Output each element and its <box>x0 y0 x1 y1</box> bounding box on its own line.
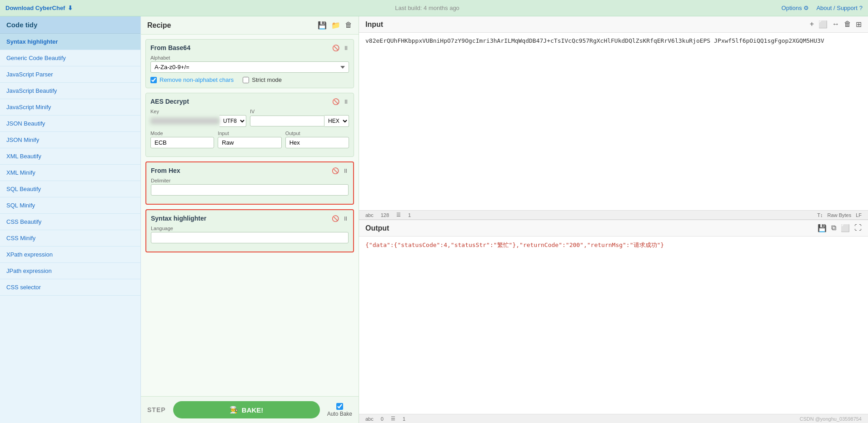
output-section: Output 💾 ⧉ ⬜ ⛶ {"data":{"statusCode":4,"… <box>359 220 868 423</box>
bake-area: STEP 👨‍🍳 BAKE! Auto Bake <box>141 396 359 423</box>
step-header-syntax: Syntax highlighter 🚫 ⏸ <box>151 215 349 222</box>
sidebar-item-css-minify[interactable]: CSS Minify <box>0 230 140 247</box>
gear-icon: ⚙ <box>803 5 809 11</box>
output-title: Output <box>365 224 389 232</box>
delimiter-input[interactable]: None <box>151 184 349 196</box>
last-build-info: Last build: 4 months ago <box>395 5 459 11</box>
recipe-header: Recipe 💾 📁 🗑 <box>141 16 359 35</box>
alphabet-select[interactable]: A-Za-z0-9+/= <box>150 61 349 73</box>
key-type-select[interactable]: UTF8 <box>219 115 246 127</box>
step-icons-aes: 🚫 ⏸ <box>332 98 349 105</box>
iv-type-select[interactable]: HEX <box>324 115 349 127</box>
download-cyberchef-link[interactable]: Download CyberChef ⬇ <box>5 5 73 11</box>
save-recipe-icon[interactable]: 💾 <box>318 21 327 30</box>
fullscreen-output-icon[interactable]: ⛶ <box>854 224 862 232</box>
chef-icon: 👨‍🍳 <box>229 406 238 414</box>
bake-button[interactable]: 👨‍🍳 BAKE! <box>173 401 320 418</box>
grid-input-icon[interactable]: ⊞ <box>856 20 862 29</box>
remove-nonalpha-checkbox[interactable] <box>150 77 157 83</box>
strict-mode-label[interactable]: Strict mode <box>243 76 282 83</box>
lf-label: LF <box>856 212 862 218</box>
auto-bake-checkbox[interactable] <box>336 403 343 410</box>
sidebar-item-syntax-highlighter[interactable]: Syntax highlighter <box>0 34 140 50</box>
disable-syntax-icon[interactable]: 🚫 <box>332 215 339 222</box>
step-from-base64: From Base64 🚫 ⏸ Alphabet A-Za-z0-9+/= <box>145 39 354 88</box>
strict-mode-checkbox[interactable] <box>243 77 249 83</box>
pause-aes-icon[interactable]: ⏸ <box>343 98 349 105</box>
sidebar-item-javascript-parser[interactable]: JavaScript Parser <box>0 66 140 83</box>
maximize-input-icon[interactable]: ⬜ <box>818 20 828 29</box>
key-value-blurred <box>150 118 219 124</box>
sidebar-item-generic-code-beautify[interactable]: Generic Code Beautify <box>0 50 140 66</box>
sidebar-item-sql-beautify[interactable]: SQL Beautify <box>0 181 140 197</box>
open-recipe-icon[interactable]: 📁 <box>331 21 340 30</box>
right-panel: Input + ⬜ ↔ 🗑 ⊞ v82eErQUhFHKbppxVUBniHpO… <box>359 16 868 423</box>
remove-nonalpha-label[interactable]: Remove non-alphabet chars <box>150 76 234 83</box>
input-type-input[interactable] <box>218 137 281 148</box>
delimiter-group: Delimiter None <box>151 178 349 196</box>
step-title-syntax: Syntax highlighter <box>151 215 206 222</box>
options-link[interactable]: Options ⚙ <box>782 5 809 11</box>
sidebar-list: Syntax highlighter Generic Code Beautify… <box>0 34 140 423</box>
step-syntax-highlighter: Syntax highlighter 🚫 ⏸ Language auto det… <box>145 209 354 252</box>
input-line-count: 1 <box>408 212 411 218</box>
sidebar-item-xml-minify[interactable]: XML Minify <box>0 165 140 181</box>
about-link[interactable]: About / Support ? <box>816 5 863 11</box>
clear-recipe-icon[interactable]: 🗑 <box>345 21 352 30</box>
sidebar-item-javascript-minify[interactable]: JavaScript Minify <box>0 99 140 116</box>
sidebar-item-css-beautify[interactable]: CSS Beautify <box>0 214 140 230</box>
input-title: Input <box>365 20 383 29</box>
sidebar-item-xml-beautify[interactable]: XML Beautify <box>0 148 140 165</box>
iv-input[interactable] <box>250 116 324 126</box>
download-label: Download CyberChef <box>5 5 65 11</box>
disable-step-icon[interactable]: 🚫 <box>332 45 339 51</box>
pause-hex-icon[interactable]: ⏸ <box>343 167 349 174</box>
language-input[interactable]: auto detect <box>151 232 349 243</box>
step-from-hex: From Hex 🚫 ⏸ Delimiter None <box>145 161 354 205</box>
sidebar-item-javascript-beautify[interactable]: JavaScript Beautify <box>0 83 140 99</box>
question-icon: ? <box>859 5 863 11</box>
sidebar-item-jpath-expression[interactable]: JPath expression <box>0 263 140 279</box>
sidebar-item-sql-minify[interactable]: SQL Minify <box>0 197 140 214</box>
copy-output-icon[interactable]: ⧉ <box>831 224 836 232</box>
key-label: Key <box>150 109 246 114</box>
output-line-count: 1 <box>403 416 405 422</box>
step-icons-syntax: 🚫 ⏸ <box>332 215 349 222</box>
language-label: Language <box>151 226 349 231</box>
recipe-header-icons: 💾 📁 🗑 <box>318 21 352 30</box>
sidebar-item-xpath-expression[interactable]: XPath expression <box>0 247 140 263</box>
abc-icon: abc <box>365 212 374 218</box>
swap-input-icon[interactable]: ↔ <box>832 20 839 29</box>
key-iv-row: Key UTF8 IV HEX <box>150 109 349 127</box>
input-field: Input <box>218 131 281 148</box>
iv-label: IV <box>250 109 349 114</box>
sidebar-header: Code tidy <box>0 16 140 34</box>
alphabet-group: Alphabet A-Za-z0-9+/= <box>150 55 349 73</box>
step-title-aes: AES Decrypt <box>150 98 189 105</box>
clear-input-icon[interactable]: 🗑 <box>844 20 851 29</box>
language-group: Language auto detect <box>151 226 349 243</box>
output-statusbar: abc 0 ☰ 1 CSDN @yonghu_03598754 <box>359 414 868 423</box>
output-header-icons: 💾 ⧉ ⬜ ⛶ <box>818 224 862 232</box>
pause-syntax-icon[interactable]: ⏸ <box>343 215 349 222</box>
output-type-input[interactable] <box>285 137 349 148</box>
delimiter-label: Delimiter <box>151 178 349 183</box>
sidebar-item-css-selector[interactable]: CSS selector <box>0 279 140 296</box>
sidebar-item-json-minify[interactable]: JSON Minify <box>0 132 140 148</box>
disable-aes-icon[interactable]: 🚫 <box>332 98 339 105</box>
input-text[interactable]: v82eErQUhFHKbppxVUBniHpO7zY9OgcImri3hArI… <box>359 33 868 210</box>
add-input-icon[interactable]: + <box>810 20 814 29</box>
maximize-output-icon[interactable]: ⬜ <box>841 224 850 232</box>
pause-step-icon[interactable]: ⏸ <box>343 45 349 51</box>
mode-input[interactable] <box>150 137 214 148</box>
raw-bytes-label: Raw Bytes <box>828 212 852 218</box>
input-header-icons: + ⬜ ↔ 🗑 ⊞ <box>810 20 862 29</box>
step-label: STEP <box>147 406 166 413</box>
input-header: Input + ⬜ ↔ 🗑 ⊞ <box>359 16 868 33</box>
sidebar: Code tidy Syntax highlighter Generic Cod… <box>0 16 141 423</box>
topbar-right: Options ⚙ About / Support ? <box>782 5 863 11</box>
disable-hex-icon[interactable]: 🚫 <box>332 167 339 174</box>
sidebar-item-json-beautify[interactable]: JSON Beautify <box>0 116 140 132</box>
save-output-icon[interactable]: 💾 <box>818 224 827 232</box>
recipe-scroll: From Base64 🚫 ⏸ Alphabet A-Za-z0-9+/= <box>141 35 359 396</box>
